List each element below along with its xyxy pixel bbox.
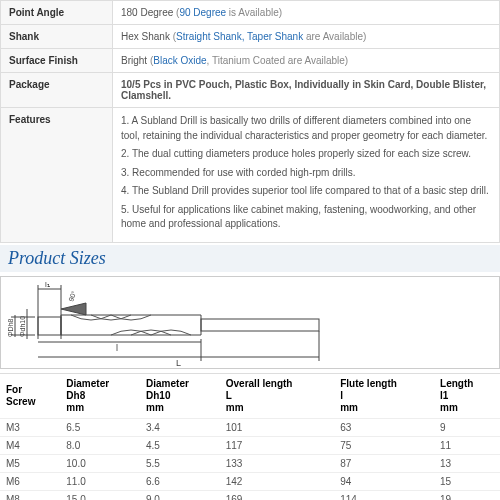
label: Shank <box>1 25 113 49</box>
svg-rect-5 <box>38 317 61 335</box>
svg-text:L: L <box>176 358 181 366</box>
link-90-degree[interactable]: 90 Degree <box>179 7 226 18</box>
cell: 9.0 <box>140 490 220 500</box>
svg-text:l: l <box>116 343 118 353</box>
col-flute-length: Flute lengthlmm <box>334 373 434 418</box>
value: 10/5 Pcs in PVC Pouch, Plastic Box, Indi… <box>113 73 500 108</box>
spec-table: Point Angle 180 Degree (90 Degree is Ava… <box>0 0 500 243</box>
cell: 75 <box>334 436 434 454</box>
cell: 87 <box>334 454 434 472</box>
svg-text:ΦDh8: ΦDh8 <box>7 318 14 337</box>
label: Features <box>1 108 113 243</box>
cell: 15 <box>434 472 500 490</box>
col-overall-length: Overall lengthLmm <box>220 373 334 418</box>
cell: 11 <box>434 436 500 454</box>
table-row: M510.05.51338713 <box>0 454 500 472</box>
section-title: Product Sizes <box>0 245 500 272</box>
value: Hex Shank (Straight Shank, Taper Shank a… <box>113 25 500 49</box>
value: Bright (Black Oxide, Titanium Coated are… <box>113 49 500 73</box>
cell: M5 <box>0 454 60 472</box>
cell: 169 <box>220 490 334 500</box>
cell: 142 <box>220 472 334 490</box>
cell: 117 <box>220 436 334 454</box>
label: Point Angle <box>1 1 113 25</box>
cell: 11.0 <box>60 472 140 490</box>
col-dh10: DiameterDh10mm <box>140 373 220 418</box>
cell: 13 <box>434 454 500 472</box>
features-list: 1. A Subland Drill is basically two dril… <box>113 108 500 243</box>
link-shank-options[interactable]: Straight Shank, Taper Shank <box>176 31 303 42</box>
link-black-oxide[interactable]: Black Oxide <box>153 55 206 66</box>
col-length-l1: Lengthl1mm <box>434 373 500 418</box>
row-package: Package 10/5 Pcs in PVC Pouch, Plastic B… <box>1 73 500 108</box>
svg-text:l₁: l₁ <box>45 280 50 289</box>
cell: 6.6 <box>140 472 220 490</box>
cell: 133 <box>220 454 334 472</box>
table-row: M611.06.61429415 <box>0 472 500 490</box>
cell: 101 <box>220 418 334 436</box>
diagram-svg: l₁ 90° l L ΦDh8 Φdh10 <box>1 279 331 366</box>
svg-rect-6 <box>201 319 319 331</box>
cell: 15.0 <box>60 490 140 500</box>
size-header: ForScrew DiameterDh8mm DiameterDh10mm Ov… <box>0 373 500 418</box>
table-row: M48.04.51177511 <box>0 436 500 454</box>
row-features: Features 1. A Subland Drill is basically… <box>1 108 500 243</box>
value: 180 Degree (90 Degree is Available) <box>113 1 500 25</box>
cell: 8.0 <box>60 436 140 454</box>
cell: 114 <box>334 490 434 500</box>
cell: 19 <box>434 490 500 500</box>
cell: M3 <box>0 418 60 436</box>
cell: 9 <box>434 418 500 436</box>
svg-text:90°: 90° <box>67 289 77 302</box>
row-shank: Shank Hex Shank (Straight Shank, Taper S… <box>1 25 500 49</box>
cell: M4 <box>0 436 60 454</box>
cell: 63 <box>334 418 434 436</box>
svg-text:Φdh10: Φdh10 <box>19 315 26 336</box>
cell: 4.5 <box>140 436 220 454</box>
cell: 10.0 <box>60 454 140 472</box>
row-point-angle: Point Angle 180 Degree (90 Degree is Ava… <box>1 1 500 25</box>
cell: M6 <box>0 472 60 490</box>
cell: M8 <box>0 490 60 500</box>
label: Surface Finish <box>1 49 113 73</box>
cell: 6.5 <box>60 418 140 436</box>
cell: 94 <box>334 472 434 490</box>
col-for-screw: ForScrew <box>0 373 60 418</box>
size-table: ForScrew DiameterDh8mm DiameterDh10mm Ov… <box>0 373 500 501</box>
table-row: M815.09.016911419 <box>0 490 500 500</box>
cell: 5.5 <box>140 454 220 472</box>
label: Package <box>1 73 113 108</box>
table-row: M36.53.4101639 <box>0 418 500 436</box>
row-surface-finish: Surface Finish Bright (Black Oxide, Tita… <box>1 49 500 73</box>
drill-diagram: l₁ 90° l L ΦDh8 Φdh10 <box>0 276 500 369</box>
col-dh8: DiameterDh8mm <box>60 373 140 418</box>
cell: 3.4 <box>140 418 220 436</box>
